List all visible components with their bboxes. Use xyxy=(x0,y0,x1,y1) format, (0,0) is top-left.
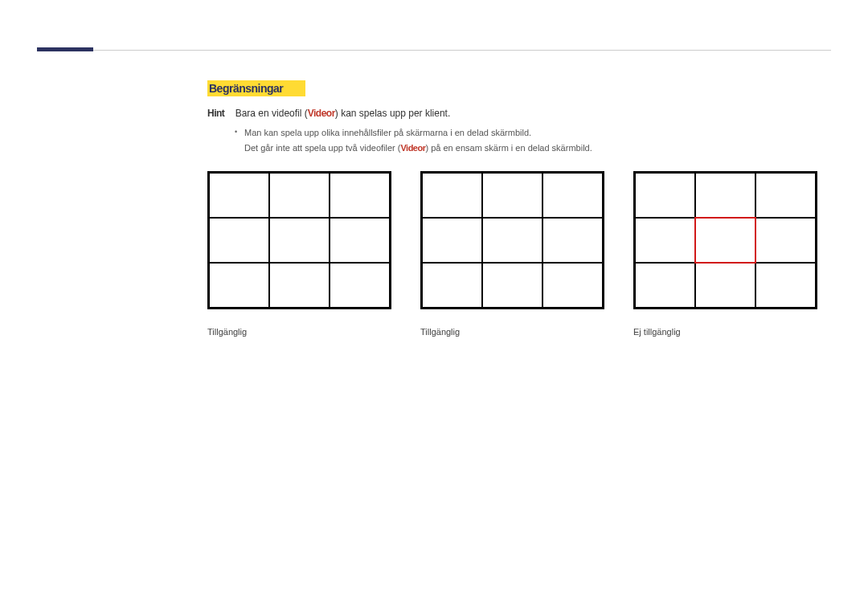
grid-cell xyxy=(330,263,390,308)
content: Begränsningar Hint Bara en videofil (Vid… xyxy=(207,80,831,337)
grid-cell xyxy=(542,173,603,218)
grid-cell xyxy=(330,173,390,218)
intro-text-before: Bara en videofil ( xyxy=(235,108,308,119)
grid-cell xyxy=(422,218,482,263)
bullet-item-sub: Det går inte att spela upp två videofile… xyxy=(235,141,831,156)
grid-block-2: Tillgänglig xyxy=(420,171,601,337)
grid-cell xyxy=(635,263,695,308)
grid-block-3: Ej tillgänglig xyxy=(633,171,814,337)
grid-cell xyxy=(755,218,816,263)
grid-1 xyxy=(207,171,391,309)
bullet-list: Man kan spela upp olika innehållsfiler p… xyxy=(207,125,831,155)
grid-cell xyxy=(422,173,482,218)
intro-text-after: ) kan spelas upp per klient. xyxy=(335,108,450,119)
grid-cell xyxy=(482,173,542,218)
grid-2 xyxy=(420,171,604,309)
bullet-sub-highlight: Videor xyxy=(400,143,425,153)
page: Begränsningar Hint Bara en videofil (Vid… xyxy=(0,0,868,613)
bullet-text: Man kan spela upp olika innehållsfiler p… xyxy=(244,128,531,137)
section-title: Begränsningar xyxy=(207,80,305,96)
grid-cell xyxy=(422,263,482,308)
grid-row: Tillgänglig Tillgänglig xyxy=(207,171,831,337)
grid-cell xyxy=(755,173,816,218)
intro-label: Hint xyxy=(207,108,224,119)
topbar-rule xyxy=(37,50,831,51)
grid-cell xyxy=(482,263,542,308)
grid-cell xyxy=(695,263,755,308)
grid-cell xyxy=(209,263,269,308)
grid-caption-1: Tillgänglig xyxy=(207,327,388,337)
grid-cell xyxy=(209,173,269,218)
grid-cell-highlighted xyxy=(694,217,756,264)
grid-3 xyxy=(633,171,817,309)
grid-cell xyxy=(755,263,816,308)
grid-caption-3: Ej tillgänglig xyxy=(633,327,814,337)
grid-cell xyxy=(542,263,603,308)
grid-cell xyxy=(695,173,755,218)
bullet-item: Man kan spela upp olika innehållsfiler p… xyxy=(235,125,831,141)
grid-cell xyxy=(635,173,695,218)
topbar-accent xyxy=(37,47,93,51)
bullet-sub-before: Det går inte att spela upp två videofile… xyxy=(244,143,400,153)
grid-cell xyxy=(542,218,603,263)
grid-cell xyxy=(482,218,542,263)
bullet-sub-after: ) på en ensam skärm i en delad skärmbild… xyxy=(425,143,592,153)
grid-caption-2: Tillgänglig xyxy=(420,327,601,337)
grid-cell xyxy=(330,218,390,263)
grid-cell xyxy=(635,218,695,263)
intro-line: Hint Bara en videofil (Videor) kan spela… xyxy=(207,108,831,119)
grid-cell xyxy=(209,218,269,263)
grid-cell xyxy=(269,263,330,308)
intro-highlight: Videor xyxy=(308,108,335,119)
grid-cell xyxy=(269,218,330,263)
grid-cell xyxy=(269,173,330,218)
grid-block-1: Tillgänglig xyxy=(207,171,388,337)
